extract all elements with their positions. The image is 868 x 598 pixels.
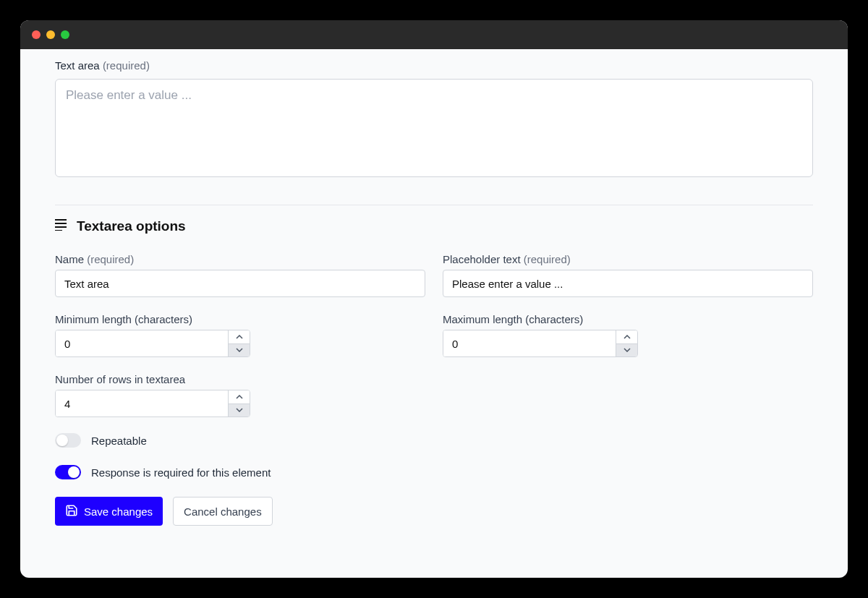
placeholder-group: Placeholder text (required) [443,253,813,297]
preview-label-row: Text area (required) [55,59,813,72]
window-titlebar [20,20,848,49]
name-label: Name [55,253,84,265]
repeatable-label: Repeatable [91,435,147,447]
max-length-up[interactable] [616,330,637,344]
placeholder-input[interactable] [443,270,813,297]
repeatable-toggle[interactable] [55,433,81,448]
name-label-row: Name (required) [55,253,425,265]
max-length-down[interactable] [616,344,637,357]
placeholder-label: Placeholder text [443,253,521,265]
placeholder-required-tag: (required) [524,253,571,265]
save-button-label: Save changes [84,505,153,518]
name-group: Name (required) [55,253,425,297]
repeatable-row: Repeatable [55,433,813,448]
rows-input[interactable] [56,390,228,417]
name-required-tag: (required) [87,253,134,265]
placeholder-label-row: Placeholder text (required) [443,253,813,265]
save-button[interactable]: Save changes [55,497,163,526]
max-length-label: Maximum length (characters) [443,313,813,325]
rows-down[interactable] [229,404,250,417]
window-maximize-icon[interactable] [61,30,69,39]
rows-group: Number of rows in textarea [55,373,250,417]
content-area: Text area (required) Textarea options Na… [20,49,848,540]
max-length-stepper [443,330,638,357]
max-length-input[interactable] [443,330,616,356]
rows-spin [228,390,250,417]
app-window: Text area (required) Textarea options Na… [20,20,848,578]
options-title: Textarea options [77,218,186,234]
cancel-button[interactable]: Cancel changes [173,497,273,526]
options-grid: Name (required) Placeholder text (requir… [55,253,813,357]
min-length-up[interactable] [229,330,250,344]
options-header: Textarea options [55,218,813,234]
cancel-button-label: Cancel changes [184,505,262,518]
required-label: Response is required for this element [91,466,271,479]
save-icon [65,504,78,519]
rows-label: Number of rows in textarea [55,373,250,385]
window-close-icon[interactable] [32,30,41,39]
max-length-group: Maximum length (characters) [443,313,813,357]
min-length-group: Minimum length (characters) [55,313,425,357]
rows-stepper [55,390,250,417]
preview-label: Text area [55,59,100,72]
min-length-down[interactable] [229,344,250,357]
name-input[interactable] [55,270,425,297]
rows-up[interactable] [229,390,250,404]
required-row: Response is required for this element [55,465,813,479]
window-minimize-icon[interactable] [46,30,55,39]
preview-textarea[interactable] [55,79,813,177]
section-divider [55,205,813,205]
required-toggle[interactable] [55,465,81,479]
min-length-label: Minimum length (characters) [55,313,425,325]
preview-required-tag: (required) [103,59,150,72]
min-length-input[interactable] [56,330,228,356]
max-length-spin [616,330,637,356]
min-length-stepper [55,330,250,357]
button-row: Save changes Cancel changes [55,497,813,526]
min-length-spin [228,330,250,356]
lines-icon [55,219,68,234]
